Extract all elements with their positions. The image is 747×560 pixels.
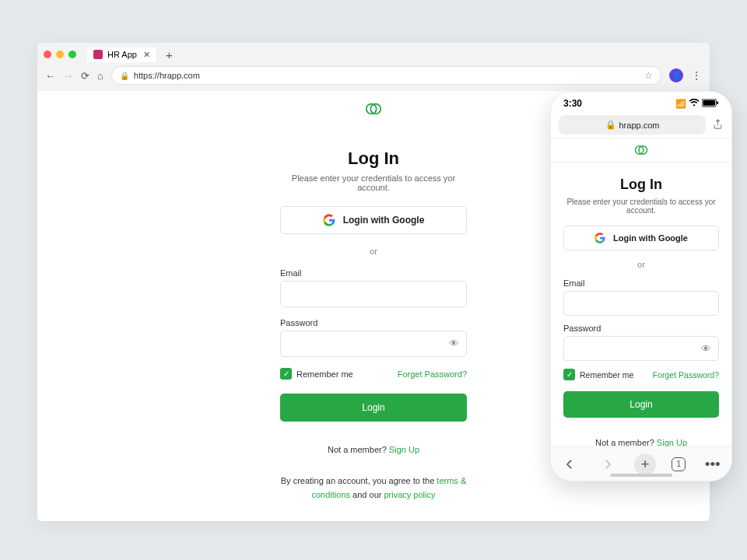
safari-address-bar-row: 🔒 hrapp.com [559,115,724,135]
safari-url-text: hrapp.com [619,121,660,130]
address-bar-row: ← → ⟳ ⌂ 🔒 https://hrapp.com ☆ 👤 ⋮ [37,61,710,91]
reload-icon[interactable]: ⟳ [81,70,89,82]
new-tab-icon[interactable]: + [166,48,173,61]
remember-label: Remember me [296,369,353,379]
back-icon[interactable]: ← [45,70,55,82]
divider-or: or [563,260,719,269]
google-button-label: Login with Google [613,233,688,243]
forward-icon[interactable]: → [63,70,73,82]
wifi-icon [689,99,700,109]
battery-icon [702,99,719,109]
email-label: Email [563,278,719,288]
page-subtitle: Please enter your credentials to access … [563,198,719,215]
maximize-window-icon[interactable] [68,51,76,58]
favicon-icon [93,50,103,59]
remember-me-checkbox[interactable]: ✓ Remember me [280,368,353,380]
phone-status-bar: 3:30 📶 [551,92,731,112]
password-input[interactable] [280,331,467,357]
remember-forgot-row: ✓ Remember me Forget Password? [563,369,719,380]
tab-title: HR App [107,50,137,59]
login-button[interactable]: Login [563,391,719,418]
signal-icon: 📶 [675,99,686,109]
privacy-link[interactable]: privacy policy [384,490,435,499]
google-icon [594,233,605,243]
remember-forgot-row: ✓ Remember me Forget Password? [280,368,467,380]
status-time: 3:30 [563,98,582,109]
address-bar[interactable]: 🔒 https://hrapp.com ☆ [111,66,661,85]
page-subtitle: Please enter your credentials to access … [280,173,467,192]
browser-tab[interactable]: HR App ✕ [87,47,156,62]
back-icon[interactable] [559,453,580,475]
lock-icon: 🔒 [120,72,129,80]
svg-rect-4 [717,101,718,104]
mobile-device-preview: 3:30 📶 🔒 hrapp.com Log In Please enter y… [550,91,732,481]
browser-menu-icon[interactable]: ⋮ [691,69,702,82]
forgot-password-link[interactable]: Forget Password? [653,370,719,380]
legal-mid: and our [350,490,384,499]
show-password-icon[interactable]: 👁 [701,343,711,355]
show-password-icon[interactable]: 👁 [449,338,459,349]
google-login-button[interactable]: Login with Google [280,206,467,234]
home-icon[interactable]: ⌂ [97,70,103,82]
close-tab-icon[interactable]: ✕ [143,50,150,60]
bookmark-icon[interactable]: ☆ [644,70,653,81]
new-tab-icon[interactable]: + [634,453,656,475]
home-indicator [610,474,672,477]
forgot-password-link[interactable]: Forget Password? [398,369,467,379]
not-member-text: Not a member? [328,445,389,454]
login-form: Log In Please enter your credentials to … [280,149,467,502]
email-input[interactable] [563,291,719,316]
email-input[interactable] [280,281,467,307]
share-icon[interactable] [712,118,724,132]
status-icons: 📶 [675,99,719,109]
page-title: Log In [280,149,467,169]
google-login-button[interactable]: Login with Google [563,226,719,250]
window-controls [44,51,76,58]
close-window-icon[interactable] [44,51,51,58]
minimize-window-icon[interactable] [56,51,64,58]
login-button[interactable]: Login [280,394,467,422]
remember-label: Remember me [580,370,633,380]
more-icon[interactable]: ••• [702,453,724,475]
profile-avatar[interactable]: 👤 [669,68,683,82]
safari-address-bar[interactable]: 🔒 hrapp.com [559,115,706,135]
tabs-icon[interactable]: 1 [672,457,686,471]
browser-chrome: HR App ✕ + ← → ⟳ ⌂ 🔒 https://hrapp.com ☆… [37,43,710,91]
forward-icon[interactable] [597,453,619,475]
password-label: Password [280,318,467,327]
checkbox-checked-icon: ✓ [563,369,575,380]
legal-text: By creating an account, you agree to the… [280,474,467,502]
browser-tab-bar: HR App ✕ + [37,43,710,61]
header-logo-row-mobile [551,138,731,163]
login-form-mobile: Log In Please enter your credentials to … [551,177,731,481]
checkbox-checked-icon: ✓ [280,368,292,380]
password-input[interactable] [563,336,719,361]
url-text: https://hrapp.com [134,71,200,80]
email-label: Email [280,268,467,278]
signup-link[interactable]: Sign Up [389,445,419,454]
signup-prompt: Not a member? Sign Up [280,445,467,454]
page-title: Log In [563,177,719,193]
lock-icon: 🔒 [605,120,616,130]
svg-rect-3 [703,100,715,105]
password-label: Password [563,324,719,333]
google-icon [323,214,335,226]
app-logo-icon [365,100,382,117]
remember-me-checkbox[interactable]: ✓ Remember me [563,369,633,380]
legal-prefix: By creating an account, you agree to the [281,476,437,485]
google-button-label: Login with Google [343,215,425,226]
app-logo-icon [634,143,648,157]
divider-or: or [280,247,467,256]
